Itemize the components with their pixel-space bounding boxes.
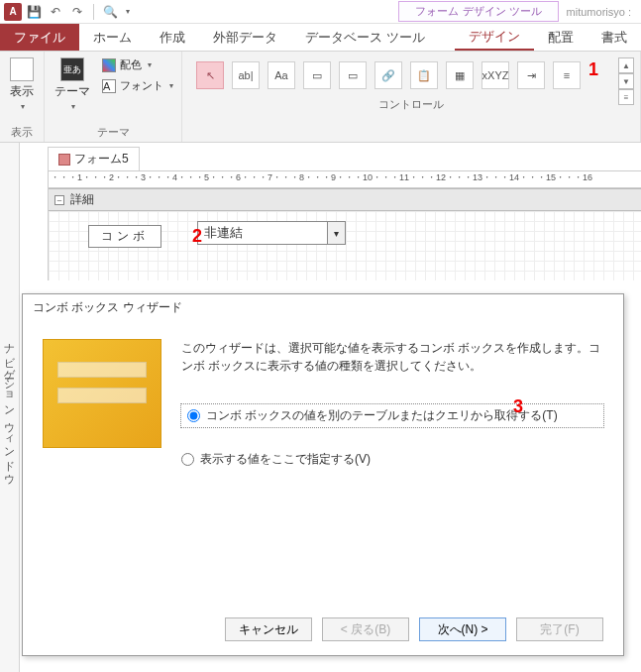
chevron-down-icon: ▾ (148, 60, 152, 69)
group-controls-label: コントロール (188, 97, 634, 112)
fonts-icon: A (102, 79, 116, 93)
control-optiongroup-icon[interactable]: xXYZ (481, 61, 509, 89)
view-icon (10, 57, 34, 81)
database-name: mitumorisyo : (567, 6, 631, 18)
colors-label: 配色 (120, 57, 142, 72)
control-webbrowser-icon[interactable]: 📋 (410, 61, 438, 89)
ribbon-tabs: ファイル ホーム 作成 外部データ データベース ツール デザイン 配置 書式 (0, 24, 641, 52)
navigation-pane[interactable]: ナビゲーション ウィンドウ (0, 143, 20, 672)
form-icon (58, 154, 70, 166)
title-bar: A 💾 ↶ ↷ 🔍 ▾ フォーム デザイン ツール mitumorisyo : (0, 0, 641, 24)
gallery-more-icon[interactable]: ≡ (618, 89, 634, 105)
control-pagebreak-icon[interactable]: ⇥ (517, 61, 545, 89)
control-button-icon[interactable]: ▭ (303, 61, 331, 89)
control-nav-icon[interactable]: ▦ (446, 61, 474, 89)
horizontal-ruler: ・・・1・・・2・・・3・・・4・・・5・・・6・・・7・・・8・・・9・・・1… (48, 170, 641, 188)
theme-button[interactable]: 亜あ テーマ ▾ (51, 56, 94, 113)
form-tab-label: フォーム5 (74, 151, 129, 168)
app-icon: A (4, 3, 22, 21)
back-button: < 戻る(B) (322, 617, 409, 641)
radio-values[interactable] (181, 453, 194, 466)
theme-label: テーマ (54, 83, 90, 100)
control-link-icon[interactable]: 🔗 (374, 61, 402, 89)
tab-create[interactable]: 作成 (146, 24, 199, 51)
combo-dropdown-icon[interactable]: ▾ (327, 222, 345, 244)
tab-home[interactable]: ホーム (79, 24, 146, 51)
qat-separator (93, 4, 94, 20)
redo-icon[interactable]: ↷ (69, 4, 85, 20)
collapse-icon[interactable]: – (54, 195, 64, 205)
group-view: 表示 ▾ 表示 (0, 52, 45, 142)
theme-icon: 亜あ (60, 57, 84, 81)
form-tab[interactable]: フォーム5 (48, 147, 140, 170)
group-view-label: 表示 (6, 125, 38, 140)
wizard-option-table-label: コンボ ボックスの値を別のテーブルまたはクエリから取得する(T) (206, 407, 558, 424)
group-theme-label: テーマ (51, 125, 175, 140)
wizard-image-icon (43, 339, 161, 448)
control-tab-icon[interactable]: ▭ (339, 61, 367, 89)
combo-box-control[interactable]: 非連結 ▾ (197, 221, 346, 245)
control-textbox-icon[interactable]: ab| (232, 61, 260, 89)
chevron-down-icon: ▾ (169, 81, 173, 90)
control-combobox-icon[interactable]: ≡ (553, 61, 581, 89)
print-preview-icon[interactable]: 🔍 (102, 4, 118, 20)
detail-grid[interactable]: コンボ 非連結 ▾ (49, 211, 641, 280)
wizard-option-table[interactable]: コンボ ボックスの値を別のテーブルまたはクエリから取得する(T) (181, 404, 603, 427)
colors-button[interactable]: 配色 ▾ (100, 56, 175, 74)
file-tab[interactable]: ファイル (0, 24, 79, 51)
tab-db-tools[interactable]: データベース ツール (291, 24, 439, 51)
quick-access-toolbar: 💾 ↶ ↷ 🔍 ▾ (26, 4, 130, 20)
gallery-scroll: ▲ ▼ ≡ (618, 57, 634, 105)
control-select-icon[interactable]: ↖ (196, 61, 224, 89)
contextual-tool-label: フォーム デザイン ツール (398, 1, 558, 22)
tab-design[interactable]: デザイン (455, 24, 534, 51)
form-design-surface[interactable]: – 詳細 コンボ 非連結 ▾ (48, 188, 641, 280)
tab-format[interactable]: 書式 (588, 24, 641, 51)
chevron-down-icon: ▾ (21, 102, 25, 111)
tab-external-data[interactable]: 外部データ (199, 24, 291, 51)
tab-arrange[interactable]: 配置 (534, 24, 588, 51)
ribbon-body: 表示 ▾ 表示 亜あ テーマ ▾ 配色 ▾ A フォント ▾ (0, 52, 641, 143)
colors-icon (102, 58, 116, 72)
gallery-up-icon[interactable]: ▲ (618, 57, 634, 73)
combo-box-wizard-dialog: コンボ ボックス ウィザード このウィザードは、選択可能な値を表示するコンボ ボ… (22, 293, 624, 656)
detail-section-header[interactable]: – 詳細 (49, 188, 641, 211)
chevron-down-icon: ▾ (71, 102, 75, 111)
fonts-button[interactable]: A フォント ▾ (100, 76, 175, 95)
fonts-label: フォント (120, 78, 163, 93)
wizard-description: このウィザードは、選択可能な値を表示するコンボ ボックスを作成します。コンボ ボ… (181, 339, 603, 375)
view-label: 表示 (10, 83, 34, 100)
wizard-title: コンボ ボックス ウィザード (23, 294, 623, 321)
combo-value: 非連結 (198, 224, 327, 242)
wizard-option-values-label: 表示する値をここで指定する(V) (200, 451, 371, 468)
radio-table[interactable] (187, 409, 200, 422)
group-theme: 亜あ テーマ ▾ 配色 ▾ A フォント ▾ テーマ (45, 52, 182, 142)
combo-label-control[interactable]: コンボ (88, 225, 161, 248)
wizard-buttons: キャンセル < 戻る(B) 次へ(N) > 完了(F) (23, 608, 623, 655)
group-controls: ↖ ab| Aa ▭ ▭ 🔗 📋 ▦ xXYZ ⇥ ≡ ▲ ▼ ≡ コントロール (182, 52, 641, 142)
detail-section-label: 詳細 (70, 191, 94, 208)
qat-dropdown-icon[interactable]: ▾ (126, 7, 130, 16)
control-label-icon[interactable]: Aa (267, 61, 295, 89)
finish-button: 完了(F) (516, 617, 603, 641)
wizard-option-values[interactable]: 表示する値をここで指定する(V) (181, 451, 603, 468)
undo-icon[interactable]: ↶ (48, 4, 63, 20)
view-button[interactable]: 表示 ▾ (6, 56, 38, 113)
cancel-button[interactable]: キャンセル (225, 617, 312, 641)
save-icon[interactable]: 💾 (26, 4, 42, 20)
gallery-down-icon[interactable]: ▼ (618, 73, 634, 89)
next-button[interactable]: 次へ(N) > (419, 617, 506, 641)
